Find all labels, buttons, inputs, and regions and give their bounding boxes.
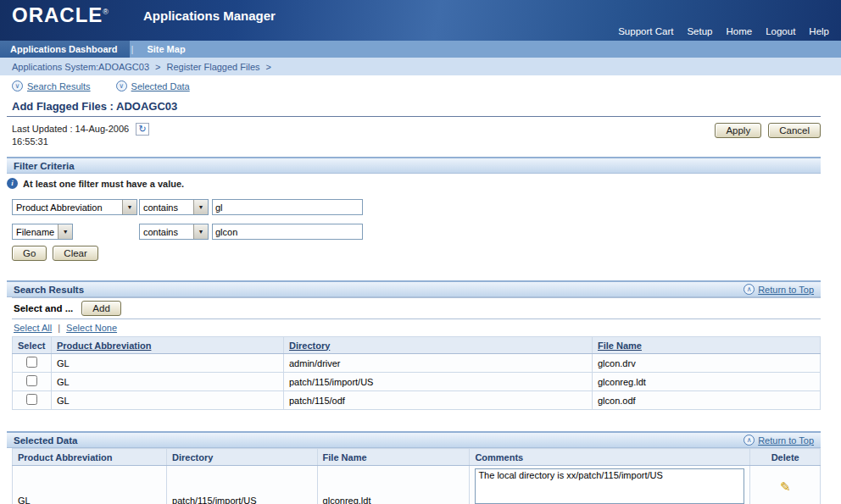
filter2-value-input[interactable] — [212, 224, 363, 240]
column-header-product: Product Abbreviation — [52, 337, 284, 354]
sort-directory-link[interactable]: Directory — [289, 341, 330, 351]
row-select-checkbox[interactable] — [26, 357, 37, 368]
search-results-block: Select and ... Add Select All | Select N… — [12, 297, 821, 410]
search-results-title: Search Results — [14, 285, 84, 295]
selected-data-title: Selected Data — [14, 435, 77, 446]
chevron-down-icon[interactable]: ▼ — [122, 200, 136, 214]
jump-down-icon: ∨ — [12, 80, 23, 91]
select-and-label: Select and ... — [14, 303, 73, 313]
table-row: GL patch/115/odf glcon.odf — [13, 391, 821, 410]
filter1-field-select[interactable]: Product Abbreviation ▼ — [12, 199, 137, 215]
table-row: GL patch/115/import/US glconreg.ldt — [13, 373, 821, 391]
column-header-delete: Delete — [750, 449, 821, 466]
search-results-table: Select Product Abbreviation Directory Fi… — [12, 336, 821, 410]
link-help[interactable]: Help — [809, 26, 829, 36]
comment-textarea[interactable]: The local directory is xx/patch/115/impo… — [475, 468, 744, 504]
clear-button[interactable]: Clear — [53, 246, 97, 261]
page-actions: Apply Cancel — [715, 123, 821, 138]
edit-icon[interactable]: ✎ — [780, 479, 791, 494]
cell-file-name: glcon.odf — [593, 391, 821, 410]
sort-file-name-link[interactable]: File Name — [598, 341, 642, 351]
jump-up-icon: ∧ — [744, 435, 755, 446]
info-icon: i — [7, 178, 18, 189]
filter-criteria-section-bar: Filter Criteria — [7, 157, 821, 174]
tab-applications-dashboard[interactable]: Applications Dashboard — [0, 41, 130, 58]
cell-directory: patch/115/odf — [284, 391, 593, 410]
cell-directory: patch/115/import/US — [284, 373, 593, 391]
app-header: ORACLE® Applications Manager Support Car… — [0, 0, 841, 41]
selected-data-block: Product Abbreviation Directory File Name… — [12, 448, 821, 504]
quicklink-search-results-link[interactable]: Search Results — [27, 81, 91, 91]
tab-bar: Applications Dashboard | Site Map — [0, 41, 841, 58]
oracle-logo: ORACLE® — [12, 3, 109, 27]
chevron-down-icon[interactable]: ▼ — [193, 200, 208, 214]
link-home[interactable]: Home — [726, 26, 752, 36]
cancel-button[interactable]: Cancel — [768, 123, 821, 138]
filter2-field-value: Filename — [13, 227, 58, 237]
registered-mark: ® — [103, 8, 109, 16]
breadcrumb-separator: > — [266, 62, 271, 72]
last-updated-date: Last Updated : 14-Aug-2006 — [12, 123, 129, 136]
tab-site-map[interactable]: Site Map — [135, 41, 197, 58]
breadcrumb: Applications System:ADOAGC03 > Register … — [0, 58, 841, 75]
cell-directory: admin/driver — [284, 354, 593, 373]
apply-button[interactable]: Apply — [715, 123, 761, 138]
breadcrumb-register-flagged-files[interactable]: Register Flagged Files — [166, 62, 259, 72]
page-title: Add Flagged Files : ADOAGC03 — [12, 100, 821, 114]
chevron-down-icon[interactable]: ▼ — [193, 224, 208, 239]
column-header-comments: Comments — [470, 449, 750, 466]
select-links-row: Select All | Select None — [12, 319, 821, 336]
cell-product: GL — [13, 466, 167, 504]
title-divider — [7, 116, 821, 117]
cell-product: GL — [52, 354, 284, 373]
filter2-operator-select[interactable]: contains ▼ — [139, 224, 209, 240]
jump-up-icon: ∧ — [744, 284, 755, 295]
row-select-checkbox[interactable] — [26, 394, 37, 405]
return-to-top-link[interactable]: Return to Top — [758, 285, 814, 295]
column-header-select: Select — [13, 337, 52, 354]
cell-directory: patch/115/import/US — [167, 466, 318, 504]
chevron-down-icon[interactable]: ▼ — [58, 224, 72, 239]
filter1-operator-value: contains — [140, 202, 181, 213]
brand-row: ORACLE® Applications Manager — [0, 0, 841, 27]
search-results-header-row: Select Product Abbreviation Directory Fi… — [13, 337, 821, 354]
filter2-field-select[interactable]: Filename ▼ — [12, 224, 73, 240]
breadcrumb-separator: > — [155, 62, 160, 72]
filter-row-1: Product Abbreviation ▼ contains ▼ — [12, 199, 841, 215]
filter1-operator-select[interactable]: contains ▼ — [139, 199, 209, 215]
return-to-top-link[interactable]: Return to Top — [758, 435, 814, 446]
row-select-checkbox[interactable] — [26, 375, 37, 386]
add-button[interactable]: Add — [81, 301, 120, 316]
global-links: Support Cart Setup Home Logout Help — [618, 26, 829, 36]
column-header-product: Product Abbreviation — [13, 449, 167, 466]
cell-file-name: glconreg.ldt — [317, 466, 470, 504]
filter1-value-input[interactable] — [212, 199, 363, 215]
quicklink-selected-data: ∨ Selected Data — [116, 80, 190, 91]
jump-down-icon: ∨ — [116, 80, 127, 91]
sort-product-link[interactable]: Product Abbreviation — [57, 341, 151, 351]
link-support-cart[interactable]: Support Cart — [618, 26, 673, 36]
column-header-directory: Directory — [284, 337, 593, 354]
refresh-icon[interactable]: ↻ — [136, 123, 149, 136]
quicklink-selected-data-link[interactable]: Selected Data — [131, 81, 190, 91]
tab-separator: | — [130, 41, 136, 58]
last-updated-time: 16:55:31 — [12, 136, 149, 148]
link-setup[interactable]: Setup — [687, 26, 712, 36]
breadcrumb-applications-system[interactable]: Applications System:ADOAGC03 — [12, 62, 149, 72]
cell-product: GL — [52, 373, 284, 391]
select-none-link[interactable]: Select None — [66, 323, 117, 333]
search-results-section-bar: Search Results ∧ Return to Top — [7, 280, 821, 297]
filter-buttons: Go Clear — [12, 246, 841, 261]
quick-links: ∨ Search Results ∨ Selected Data — [0, 75, 841, 95]
cell-file-name: glconreg.ldt — [593, 373, 821, 391]
go-button[interactable]: Go — [12, 246, 47, 261]
link-logout[interactable]: Logout — [766, 26, 795, 36]
filter-row-2: Filename ▼ contains ▼ — [12, 224, 841, 240]
return-to-top-search: ∧ Return to Top — [744, 284, 814, 295]
filter-note-text: At least one filter must have a value. — [23, 179, 184, 189]
selected-data-section-bar: Selected Data ∧ Return to Top — [7, 431, 821, 448]
cell-delete: ✎ — [750, 466, 821, 504]
oracle-logo-text: ORACLE — [12, 3, 103, 26]
cell-comments: The local directory is xx/patch/115/impo… — [470, 466, 750, 504]
select-all-link[interactable]: Select All — [14, 323, 52, 333]
